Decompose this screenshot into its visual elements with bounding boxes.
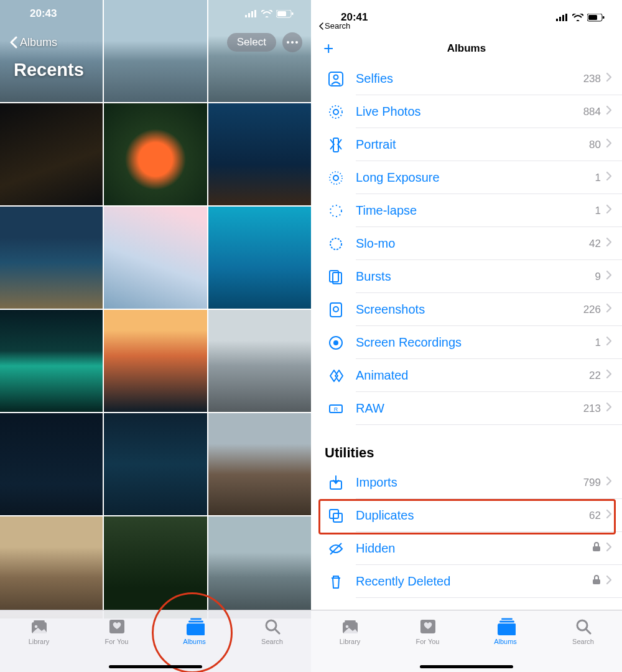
more-button[interactable] [282, 32, 302, 52]
photo-thumbnail[interactable] [0, 413, 103, 515]
photo-thumbnail[interactable] [208, 413, 311, 515]
svg-rect-21 [588, 15, 597, 20]
tab-label: Albums [183, 638, 206, 645]
album-row-count: 213 [583, 403, 601, 415]
longexp-icon [325, 170, 347, 186]
tab-albums[interactable]: Albums [156, 618, 233, 645]
svg-point-24 [334, 75, 338, 79]
svg-line-15 [275, 629, 279, 633]
back-button[interactable]: Albums [9, 36, 57, 49]
chevron-right-icon [606, 72, 612, 85]
recents-grid-container: Albums Select Recents [0, 0, 311, 610]
album-row-hidden[interactable]: Hidden [311, 532, 622, 565]
tab-search[interactable]: Search [544, 618, 622, 645]
album-row-time-lapse[interactable]: Time-lapse 1 [311, 194, 622, 227]
photo-thumbnail[interactable] [208, 207, 311, 309]
album-row-recently-deleted[interactable]: Recently Deleted [311, 565, 622, 598]
select-button[interactable]: Select [227, 33, 276, 52]
wifi-icon [572, 14, 583, 21]
phone-recents: Albums Select Recents 20:43 Library For … [0, 0, 311, 672]
tab-library[interactable]: Library [311, 618, 389, 645]
photo-thumbnail[interactable] [208, 103, 311, 205]
svg-text:R: R [334, 406, 338, 413]
album-row-imports[interactable]: Imports 799 [311, 466, 622, 499]
album-row-count: 1 [595, 172, 601, 184]
album-row-slo-mo[interactable]: Slo-mo 42 [311, 227, 622, 260]
chevron-right-icon [606, 105, 612, 118]
chevron-right-icon [606, 476, 612, 489]
album-row-long-exposure[interactable]: Long Exposure 1 [311, 161, 622, 194]
svg-rect-51 [499, 621, 514, 623]
albums-list[interactable]: Selfies 238 Live Photos 884 Portrait 80 … [311, 62, 622, 610]
live-icon [325, 104, 347, 120]
album-row-count: 884 [583, 106, 601, 118]
svg-point-35 [333, 307, 338, 312]
photo-thumbnail[interactable] [104, 103, 207, 205]
tab-search[interactable]: Search [233, 618, 311, 645]
bursts-icon [325, 269, 347, 285]
svg-rect-13 [187, 623, 205, 635]
album-row-screen-recordings[interactable]: Screen Recordings 1 [311, 326, 622, 359]
timelapse-icon [325, 203, 347, 219]
photo-thumbnail[interactable] [0, 310, 103, 412]
duplicates-icon [325, 508, 347, 524]
album-row-label: Portrait [356, 138, 589, 152]
slomo-icon [325, 236, 347, 252]
album-row-count: 9 [595, 271, 601, 283]
album-row-count: 80 [589, 139, 601, 151]
photo-thumbnail[interactable] [104, 413, 207, 515]
svg-rect-52 [498, 623, 516, 635]
album-row-bursts[interactable]: Bursts 9 [311, 260, 622, 293]
library-icon [29, 618, 49, 635]
svg-rect-17 [559, 17, 561, 21]
album-row-live-photos[interactable]: Live Photos 884 [311, 95, 622, 128]
album-row-label: Animated [356, 368, 589, 383]
album-row-label: Duplicates [356, 508, 589, 523]
tab-label: For You [416, 638, 440, 645]
chevron-left-icon [318, 22, 323, 30]
photo-thumbnail[interactable] [104, 207, 207, 309]
tab-label: Library [340, 638, 361, 645]
photo-thumbnail[interactable] [0, 207, 103, 309]
album-row-portrait[interactable]: Portrait 80 [311, 128, 622, 161]
svg-rect-44 [593, 546, 600, 551]
tab-albums[interactable]: Albums [466, 618, 544, 645]
chevron-left-icon [9, 36, 17, 49]
tab-foryou[interactable]: For You [389, 618, 466, 645]
photo-thumbnail[interactable] [0, 103, 103, 205]
back-search-button[interactable]: Search [318, 21, 350, 30]
cellular-icon [556, 14, 569, 21]
photo-thumbnail[interactable] [208, 310, 311, 412]
add-button[interactable]: + [323, 39, 333, 58]
phone-albums-list: 20:41 Search + Albums Selfies 238 Live P… [311, 0, 622, 672]
chevron-right-icon [606, 303, 612, 316]
photo-thumbnail[interactable] [104, 310, 207, 412]
tab-foryou[interactable]: For You [78, 618, 156, 645]
album-row-raw[interactable]: R RAW 213 [311, 392, 622, 425]
album-row-screenshots[interactable]: Screenshots 226 [311, 293, 622, 326]
albums-icon [496, 618, 516, 635]
home-indicator[interactable] [420, 665, 513, 668]
photo-thumbnail[interactable] [0, 516, 103, 618]
photo-thumbnail[interactable] [104, 516, 207, 618]
album-row-label: Hidden [356, 541, 592, 556]
album-row-count: 226 [583, 304, 601, 316]
library-icon [340, 618, 360, 635]
album-row-animated[interactable]: Animated 22 [311, 359, 622, 392]
album-row-selfies[interactable]: Selfies 238 [311, 62, 622, 95]
home-indicator[interactable] [109, 665, 202, 668]
tab-bar: Library For You Albums Search [311, 610, 622, 672]
chevron-right-icon [606, 171, 612, 184]
album-row-count: 62 [589, 510, 601, 522]
chevron-right-icon [606, 542, 612, 555]
album-row-label: RAW [356, 401, 583, 416]
album-row-duplicates[interactable]: Duplicates 62 [311, 499, 622, 532]
svg-rect-34 [330, 303, 341, 317]
album-row-count: 1 [595, 337, 601, 349]
chevron-right-icon [606, 336, 612, 349]
album-row-label: Bursts [356, 269, 595, 284]
chevron-right-icon [606, 509, 612, 522]
tab-library[interactable]: Library [0, 618, 78, 645]
svg-point-29 [330, 172, 342, 184]
photo-thumbnail[interactable] [208, 516, 311, 618]
